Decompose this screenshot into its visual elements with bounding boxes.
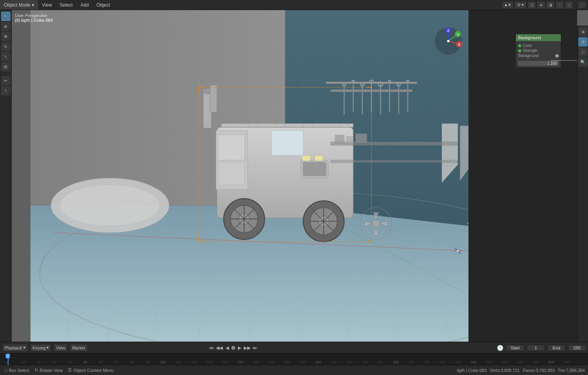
strength-label: Strength <box>523 48 538 53</box>
frame-marker-290: 290 <box>455 360 461 364</box>
start-frame-label: Start <box>506 345 524 351</box>
frame-marker-320: 320 <box>501 360 507 364</box>
start-frame-value[interactable]: 1 <box>527 345 545 351</box>
shading-render[interactable]: ○ <box>555 1 564 9</box>
tool-transform[interactable]: ⊞ <box>1 62 10 71</box>
top-right-toolbar: ● ▾ ⊙ ▾ ◫ ● ◑ ○ □ ⋮ <box>500 0 588 10</box>
mode-selector[interactable]: Object Mode ▾ <box>0 0 38 10</box>
active-object-status: ligth | Cube.083 <box>457 368 487 373</box>
rotate-view-label: Rotate View <box>40 368 62 373</box>
rotate-view-status[interactable]: ↻ Rotate View <box>33 367 64 373</box>
frame-marker-10: 10 <box>21 360 25 364</box>
verts-count: Verts:3,800,721 <box>490 368 520 373</box>
nav-cursor-btn[interactable]: ⊕ <box>578 27 588 36</box>
viewport-3d[interactable]: User Perspective (0) ligth | Cube.083 Z … <box>12 10 588 342</box>
end-frame-value[interactable]: 250 <box>568 345 586 351</box>
frame-marker-130: 130 <box>206 360 212 364</box>
svg-rect-47 <box>302 156 310 161</box>
playback-dropdown[interactable]: Playback ▾ <box>2 344 28 352</box>
strength-value[interactable]: 1.100 <box>518 61 559 66</box>
background-node[interactable]: Background Color Strength Background <box>515 33 562 68</box>
keying-dropdown[interactable]: Keying ▾ <box>30 344 52 352</box>
nav-gizmo[interactable]: Z Y X <box>433 26 464 57</box>
xray-toggle[interactable]: ◫ <box>527 1 536 9</box>
prev-keyframe-btn[interactable]: ◀◀ <box>216 344 223 351</box>
keying-chevron: ▾ <box>47 345 49 350</box>
playback-chevron: ▾ <box>23 345 26 350</box>
frame-marker-280: 280 <box>439 360 445 364</box>
jump-to-end-btn[interactable]: ⏭ <box>252 344 258 351</box>
viewport-shading-dropdown[interactable]: ● ▾ <box>502 1 513 9</box>
node-socket-color: Color <box>518 43 559 48</box>
tool-scale[interactable]: ⤡ <box>1 52 10 61</box>
right-nav-toolbar: ⊕ ✥ 🎥 🔍 <box>577 26 588 342</box>
frame-marker-350: 350 <box>548 360 554 364</box>
svg-marker-42 <box>271 130 303 155</box>
frame-marker-220: 220 <box>346 360 352 364</box>
frame-marker-140: 140 <box>222 360 228 364</box>
main-area: ↖ ⊕ ✥ ↻ ⤡ ⊞ ✏ ⌇ <box>0 10 588 342</box>
shading-material[interactable]: ◑ <box>546 1 555 9</box>
svg-rect-68 <box>218 162 245 185</box>
frame-marker-360: 360 <box>564 360 569 364</box>
scrubber-track[interactable]: 0 0 50 100 150 200 250 300 350 10 20 30 … <box>0 354 588 365</box>
tool-select[interactable]: ↖ <box>1 12 10 21</box>
output-socket <box>555 54 559 57</box>
frame-marker-120: 120 <box>191 360 197 364</box>
svg-rect-65 <box>210 85 217 112</box>
menu-select[interactable]: Select <box>56 0 76 10</box>
strength-socket <box>518 49 521 52</box>
jump-to-start-btn[interactable]: ⏮ <box>208 344 215 351</box>
scrubber-area[interactable]: 0 0 50 100 150 200 250 300 350 10 20 30 … <box>0 353 588 365</box>
playback-label: Playback <box>5 346 22 350</box>
nav-move-btn[interactable]: ✥ <box>578 37 588 47</box>
status-right: ligth | Cube.083 Verts:3,800,721 Faces:3… <box>457 368 585 373</box>
view-dropdown[interactable]: View <box>54 344 68 352</box>
current-frame-group: 🕐 <box>497 345 503 351</box>
frame-marker-180: 180 <box>284 360 290 364</box>
view-label: View <box>56 346 65 350</box>
frame-marker-310: 310 <box>486 360 492 364</box>
frame-marker-260: 260 <box>408 360 414 364</box>
frame-marker-300: 300 <box>470 360 476 364</box>
tris-count: Tris:7,586,364 <box>558 368 585 373</box>
svg-rect-109 <box>331 160 458 163</box>
nav-zoom-btn[interactable]: 🔍 <box>578 57 588 67</box>
step-back-btn[interactable]: ◀ <box>224 344 231 351</box>
svg-rect-111 <box>347 137 354 143</box>
shading-wireframe[interactable]: □ <box>565 1 573 9</box>
step-forward-btn[interactable]: ▶ <box>236 344 243 351</box>
frame-marker-30: 30 <box>52 360 56 364</box>
svg-rect-26 <box>221 124 353 127</box>
play-pause-btn[interactable] <box>231 346 235 350</box>
frame-marker-0: 0 <box>7 360 9 364</box>
frame-marker-340: 340 <box>532 360 538 364</box>
box-select-status[interactable]: □ Box Select <box>3 368 31 373</box>
nav-camera-btn[interactable]: 🎥 <box>578 47 588 57</box>
frame-marker-90: 90 <box>146 360 149 364</box>
node-header: Background <box>516 34 561 41</box>
menu-object[interactable]: Object <box>93 0 114 10</box>
view-options[interactable]: ⋮ <box>578 1 586 9</box>
next-keyframe-btn[interactable]: ▶▶ <box>244 344 251 351</box>
tool-rotate[interactable]: ↻ <box>1 42 10 51</box>
overlay-dropdown[interactable]: ⊙ ▾ <box>514 1 527 9</box>
tool-cursor[interactable]: ⊕ <box>1 22 10 31</box>
svg-text:Z: Z <box>447 29 449 33</box>
tool-measure[interactable]: ⌇ <box>1 86 10 95</box>
svg-point-127 <box>372 220 380 227</box>
mode-label: Object Mode <box>4 2 30 8</box>
tool-annotate[interactable]: ✏ <box>1 76 10 85</box>
keying-label: Keying <box>33 346 46 350</box>
frame-marker-240: 240 <box>377 360 383 364</box>
frame-marker-230: 230 <box>362 360 368 364</box>
menu-add[interactable]: Add <box>76 0 92 10</box>
menu-view[interactable]: View <box>38 0 56 10</box>
context-menu-status[interactable]: ☰ Object Context Menu <box>66 367 115 373</box>
shading-solid[interactable]: ● <box>537 1 545 9</box>
status-bar: □ Box Select ↻ Rotate View ☰ Object Cont… <box>0 365 588 375</box>
tool-move[interactable]: ✥ <box>1 32 10 41</box>
marker-dropdown[interactable]: Marker <box>70 344 88 352</box>
frame-marker-160: 160 <box>253 360 259 364</box>
svg-rect-46 <box>303 162 326 176</box>
